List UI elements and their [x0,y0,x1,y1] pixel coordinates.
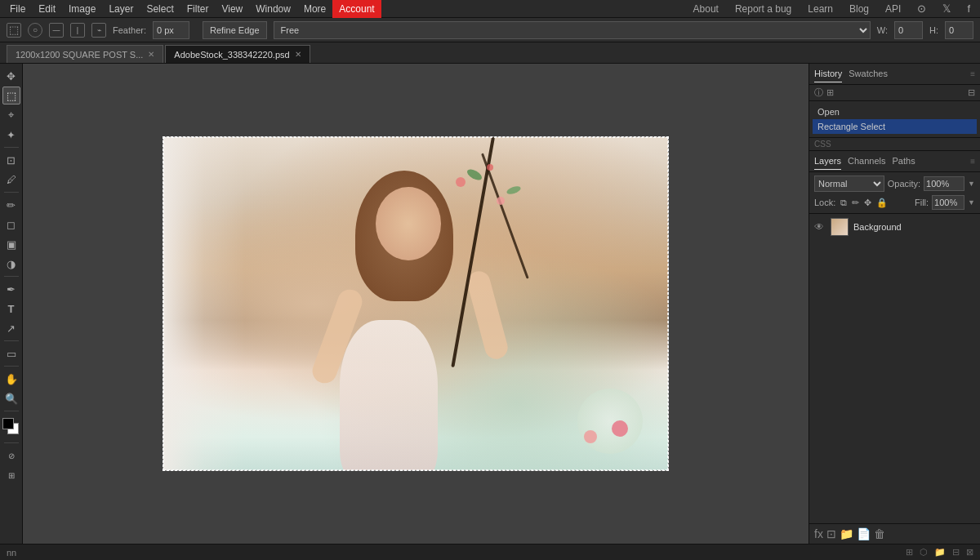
reddit-icon[interactable]: ⊙ [911,0,933,18]
history-item-open[interactable]: Open [813,104,977,119]
rect-marquee-option[interactable]: ⬚ [7,23,21,38]
menu-filter[interactable]: Filter [180,0,216,18]
brush-tool[interactable]: ✏ [2,196,20,214]
fill-chevron[interactable]: ▼ [968,198,975,207]
h-input[interactable] [945,21,973,39]
menu-bar-left: File Edit Image Layer Select Filter View… [3,0,381,18]
new-layer-icon[interactable]: 📄 [857,527,871,540]
history-collapse-icon[interactable]: ⊟ [968,87,975,98]
menu-blog[interactable]: Blog [843,0,875,18]
tab-layers[interactable]: Layers [814,153,841,170]
menu-window[interactable]: Window [249,0,297,18]
status-bar: nn ⊞ ⬡ 📁 ⊟ ⊠ [0,544,980,560]
text-tool[interactable]: T [2,300,20,318]
menu-more[interactable]: More [297,0,332,18]
menu-select[interactable]: Select [140,0,180,18]
menu-view[interactable]: View [215,0,249,18]
crop-tool[interactable]: ⊡ [2,151,20,169]
layers-spacer [809,240,980,523]
history-panel-header: History Swatches ≡ [809,64,980,85]
tab-adobe-stock[interactable]: AdobeStock_338342220.psd ✕ [165,45,310,63]
feather-input[interactable] [153,21,189,39]
add-style-icon[interactable]: fx [814,527,823,540]
tab-square-post[interactable]: 1200x1200 SQUARE POST S... ✕ [7,45,163,63]
eyedropper-tool[interactable]: 🖊 [2,171,20,189]
delete-layer-icon[interactable]: 🗑 [874,527,885,540]
fg-bg-colors[interactable] [2,418,20,436]
menu-file[interactable]: File [3,0,32,18]
tab-adobe-stock-close[interactable]: ✕ [295,46,301,64]
tool-divider-6 [4,411,19,411]
marquee-tool[interactable]: ⬚ [2,87,20,104]
marquee-extra[interactable]: ⌁ [91,23,106,38]
layers-panel-expand[interactable]: ≡ [970,157,975,166]
refine-edge-button[interactable]: Refine Edge [203,21,267,39]
hand-tool[interactable]: ✋ [2,370,20,388]
col-marquee-option[interactable]: | [70,23,85,38]
lock-all-icon[interactable]: 🔒 [876,198,888,208]
dodge-tool[interactable]: ◑ [2,255,20,273]
facebook-icon[interactable]: f [960,0,977,18]
path-tool[interactable]: ↗ [2,319,20,337]
eraser-tool[interactable]: ◻ [2,216,20,233]
gradient-tool[interactable]: ▣ [2,235,20,253]
lock-fill-row: Lock: ⧉ ✏ ✥ 🔒 Fill: ▼ [814,195,975,210]
pen-tool[interactable]: ✒ [2,280,20,298]
left-toolbar: ✥ ⬚ ⌖ ✦ ⊡ 🖊 ✏ ◻ ▣ ◑ ✒ T ↗ ▭ ✋ 🔍 ⊘ ⊞ [0,64,23,544]
new-group-icon[interactable]: 📁 [840,527,853,540]
layer-background[interactable]: 👁 Background [809,214,980,240]
lock-transparency-icon[interactable]: ⧉ [840,198,847,208]
layer-eye-icon[interactable]: 👁 [814,221,826,233]
canvas-image[interactable] [163,136,669,471]
menu-about[interactable]: About [687,0,725,18]
tab-swatches[interactable]: Swatches [849,65,888,82]
w-input[interactable] [894,21,923,39]
menu-learn[interactable]: Learn [801,0,840,18]
tab-history[interactable]: History [814,65,842,82]
menu-layer[interactable]: Layer [102,0,140,18]
zoom-tool[interactable]: 🔍 [2,389,20,407]
status-zoom: nn [7,548,16,558]
status-icon-4[interactable]: ⊟ [952,547,960,558]
ellipse-marquee-option[interactable]: ○ [28,23,42,38]
shape-tool[interactable]: ▭ [2,344,20,362]
wand-tool[interactable]: ✦ [2,126,20,144]
fill-input[interactable] [932,195,964,210]
lock-pixels-icon[interactable]: ✏ [852,198,859,208]
menu-account[interactable]: Account [332,0,381,18]
menu-report-bug[interactable]: Report a bug [728,0,798,18]
add-mask-icon[interactable]: ⊡ [826,527,836,540]
history-info-icon[interactable]: ⓘ [814,87,823,99]
fill-label: Fill: [915,198,929,207]
menu-edit[interactable]: Edit [32,0,62,18]
tab-paths[interactable]: Paths [893,153,915,170]
tab-bar: 1200x1200 SQUARE POST S... ✕ AdobeStock_… [0,42,980,64]
menu-image[interactable]: Image [62,0,102,18]
history-adjust-icon[interactable]: ⊞ [826,87,834,98]
status-icon-2[interactable]: ⬡ [920,547,928,558]
screen-mode[interactable]: ⊞ [2,466,20,484]
fg-color[interactable] [2,418,14,429]
layers-panel: Layers Channels Paths ≡ Normal Multiply … [809,151,980,544]
layers-controls: Normal Multiply Screen Overlay Opacity: … [809,172,980,214]
tab-square-post-close[interactable]: ✕ [148,46,154,64]
history-item-rectangle[interactable]: Rectangle Select [813,119,977,134]
lasso-tool[interactable]: ⌖ [2,106,20,124]
history-panel-expand[interactable]: ≡ [970,69,975,78]
status-icon-1[interactable]: ⊞ [906,547,913,558]
lock-row: Lock: ⧉ ✏ ✥ 🔒 [814,198,888,208]
twitter-icon[interactable]: 𝕏 [936,0,957,18]
blend-mode-select[interactable]: Normal Multiply Screen Overlay [814,176,884,192]
status-icon-5[interactable]: ⊠ [966,547,973,558]
opacity-chevron[interactable]: ▼ [968,180,975,188]
right-wrapper: History Swatches ≡ ⓘ ⊞ ⊟ Open Rectangle … [808,64,980,544]
opacity-input[interactable] [924,176,964,191]
tab-channels[interactable]: Channels [848,153,885,170]
lock-position-icon[interactable]: ✥ [864,198,871,208]
style-select[interactable]: Free Fixed Ratio Fixed Size [274,21,871,39]
quick-mask[interactable]: ⊘ [2,447,20,464]
move-tool[interactable]: ✥ [2,67,20,85]
menu-api[interactable]: API [879,0,907,18]
row-marquee-option[interactable]: — [49,23,64,38]
status-icon-3[interactable]: 📁 [934,547,946,558]
